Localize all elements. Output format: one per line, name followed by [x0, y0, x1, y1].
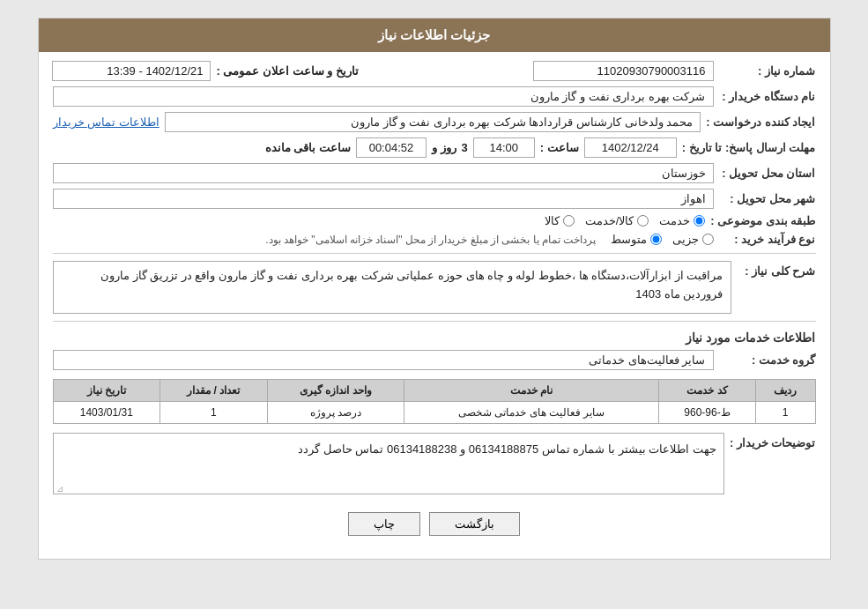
description-value: مراقبت از ابزارآلات،دستگاه ها ،خطوط لوله…: [53, 261, 731, 314]
divider-1: [53, 253, 816, 254]
services-table-section: ردیف کد خدمت نام خدمت واحد اندازه گیری ت…: [53, 379, 816, 424]
city-row: شهر محل تحویل : اهواز: [53, 189, 816, 209]
col-header-unit: واحد اندازه گیری: [267, 380, 404, 402]
buyer-notes-row: توضیحات خریدار : جهت اطلاعات بیشتر با شم…: [53, 433, 816, 494]
deadline-time-label: ساعت :: [540, 141, 579, 154]
content-area: شماره نیاز : 11020930790003116 تاریخ و س…: [39, 52, 830, 559]
category-kala-khadamat-label: کالا/خدمت: [585, 214, 634, 227]
services-table: ردیف کد خدمت نام خدمت واحد اندازه گیری ت…: [53, 379, 816, 424]
col-header-name: نام خدمت: [404, 380, 659, 402]
need-number-label: شماره نیاز :: [719, 64, 816, 78]
process-motevaset-radio[interactable]: [650, 234, 662, 245]
process-motevaset-item: متوسط: [611, 233, 662, 246]
service-group-value: سایر فعالیت‌های خدماتی: [53, 350, 714, 370]
deadline-remaining-label: ساعت باقی مانده: [265, 141, 351, 154]
category-khadamat-label: خدمت: [659, 214, 690, 227]
category-khadamat-item: خدمت: [659, 214, 705, 227]
creator-row: ایجاد کننده درخواست : محمد ولدخانی کارشن…: [53, 112, 816, 132]
creator-label: ایجاد کننده درخواست :: [706, 115, 815, 129]
header-title: جزئیات اطلاعات نیاز: [378, 27, 490, 42]
page-wrapper: جزئیات اطلاعات نیاز شماره نیاز : 1102093…: [38, 18, 831, 560]
table-cell-row: 1: [755, 402, 815, 424]
col-header-row-num: ردیف: [755, 380, 815, 402]
province-row: استان محل تحویل : خوزستان: [53, 163, 816, 183]
process-radio-group: جزیی متوسط: [611, 233, 714, 246]
process-label: نوع فرآیند خرید :: [719, 233, 816, 246]
description-row: شرح کلی نیاز : مراقبت از ابزارآلات،دستگا…: [53, 261, 816, 314]
print-button[interactable]: چاپ: [348, 512, 420, 536]
footer-buttons: بازگشت چاپ: [53, 500, 816, 550]
table-cell-date: 1403/01/31: [53, 402, 160, 424]
deadline-remaining: 00:04:52: [356, 137, 427, 158]
deadline-days-value: 3: [462, 141, 468, 154]
col-header-date: تاریخ نیاز: [53, 380, 160, 402]
creator-value: محمد ولدخانی کارشناس قراردادها شرکت بهره…: [165, 112, 701, 132]
city-label: شهر محل تحویل :: [719, 192, 816, 205]
buyer-notes-value: جهت اطلاعات بیشتر با شماره تماس 06134188…: [53, 433, 724, 494]
description-label: شرح کلی نیاز :: [737, 261, 816, 278]
category-kala-item: کالا: [545, 214, 575, 227]
table-row: 1ط-96-960سایر فعالیت های خدماتی شخصیدرصد…: [53, 402, 815, 424]
table-cell-unit: درصد پروژه: [267, 402, 404, 424]
province-value: خوزستان: [53, 163, 714, 183]
process-note: پرداخت تمام یا بخشی از مبلغ خریدار از مح…: [265, 234, 596, 246]
city-value: اهواز: [53, 189, 714, 209]
category-radio-group: خدمت کالا/خدمت کالا: [545, 214, 706, 227]
category-row: طبقه بندی موضوعی : خدمت کالا/خدمت کالا: [53, 214, 816, 227]
table-cell-name: سایر فعالیت های خدماتی شخصی: [404, 402, 659, 424]
col-header-count: تعداد / مقدار: [160, 380, 267, 402]
deadline-date: 1402/12/24: [584, 137, 677, 158]
process-row: نوع فرآیند خرید : جزیی متوسط پرداخت تمام…: [53, 233, 816, 246]
back-button[interactable]: بازگشت: [429, 512, 520, 536]
deadline-time: 14:00: [473, 137, 535, 158]
header-bar: جزئیات اطلاعات نیاز: [39, 19, 830, 52]
buyer-org-label: نام دستگاه خریدار :: [719, 90, 816, 103]
process-jozvi-label: جزیی: [672, 233, 699, 246]
need-number-value: 11020930790003116: [533, 61, 713, 81]
buyer-org-value: شرکت بهره برداری نفت و گاز مارون: [53, 86, 714, 107]
resize-handle: ⊿: [55, 484, 63, 493]
services-section-title: اطلاعات خدمات مورد نیاز: [53, 330, 816, 345]
need-number-row: شماره نیاز : 11020930790003116 تاریخ و س…: [53, 61, 816, 81]
col-header-code: کد خدمت: [659, 380, 755, 402]
deadline-label: مهلت ارسال پاسخ: تا تاریخ :: [682, 141, 816, 154]
service-group-row: گروه خدمت : سایر فعالیت‌های خدماتی: [53, 350, 816, 370]
table-cell-count: 1: [160, 402, 267, 424]
announce-label: تاریخ و ساعت اعلان عمومی :: [216, 64, 358, 78]
announce-value: 1402/12/21 - 13:39: [52, 61, 211, 81]
process-jozvi-radio[interactable]: [702, 234, 714, 245]
service-group-label: گروه خدمت :: [719, 353, 816, 367]
category-kala-radio[interactable]: [563, 215, 575, 227]
category-label: طبقه بندی موضوعی :: [710, 214, 815, 227]
category-kala-label: کالا: [545, 214, 560, 227]
divider-2: [53, 321, 816, 322]
creator-contact-link[interactable]: اطلاعات تماس خریدار: [53, 115, 160, 129]
category-kala-khadamat-item: کالا/خدمت: [585, 214, 649, 227]
process-jozvi-item: جزیی: [672, 233, 714, 246]
category-khadamat-radio[interactable]: [694, 215, 705, 227]
table-header-row: ردیف کد خدمت نام خدمت واحد اندازه گیری ت…: [53, 380, 815, 402]
deadline-days-label: روز و: [432, 141, 456, 154]
process-motevaset-label: متوسط: [611, 233, 647, 246]
category-kala-khadamat-radio[interactable]: [637, 215, 649, 227]
buyer-org-row: نام دستگاه خریدار : شرکت بهره برداری نفت…: [53, 86, 816, 107]
deadline-row: مهلت ارسال پاسخ: تا تاریخ : 1402/12/24 س…: [53, 137, 816, 158]
table-cell-code: ط-96-960: [659, 402, 755, 424]
province-label: استان محل تحویل :: [719, 167, 816, 180]
buyer-notes-label: توضیحات خریدار :: [730, 433, 816, 449]
